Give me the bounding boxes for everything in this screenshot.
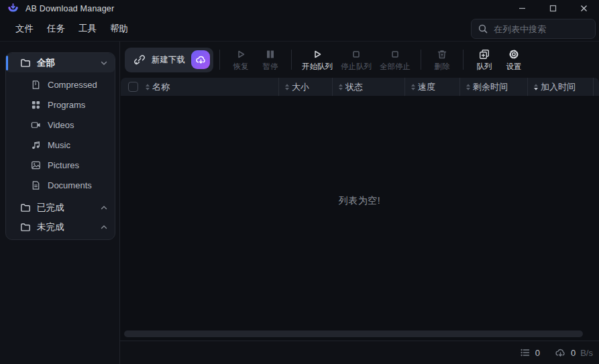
- sidebar-item-programs[interactable]: Programs: [6, 95, 115, 115]
- main-area: 新建下载 恢复 暂停: [120, 42, 599, 364]
- active-downloads-count: 0: [535, 348, 540, 358]
- select-all-cell: [121, 82, 145, 92]
- column-header-date-added[interactable]: 加入时间: [527, 78, 593, 96]
- content: 全部 Compressed: [0, 42, 599, 364]
- close-button[interactable]: [568, 0, 599, 17]
- column-label: 状态: [345, 81, 363, 93]
- cloud-download-icon[interactable]: [191, 50, 210, 69]
- sidebar-panel: 全部 Compressed: [5, 52, 115, 240]
- maximize-icon: [549, 5, 557, 12]
- sort-icon-desc: [533, 83, 539, 91]
- sidebar-item-compressed[interactable]: Compressed: [6, 74, 115, 95]
- menu-file[interactable]: 文件: [9, 19, 40, 39]
- toolbar-button-label: 暂停: [263, 62, 278, 72]
- column-tail: [593, 78, 599, 96]
- sidebar-item-all[interactable]: 全部: [6, 53, 115, 72]
- column-label: 加入时间: [541, 81, 576, 93]
- stop-all-button[interactable]: 全部停止: [376, 44, 415, 75]
- sidebar-item-label: 未完成: [37, 221, 94, 233]
- folder-icon: [20, 222, 31, 233]
- toolbar-separator: [219, 50, 220, 70]
- sidebar-item-documents[interactable]: Documents: [6, 175, 115, 195]
- select-all-checkbox[interactable]: [128, 82, 138, 92]
- new-download-button[interactable]: 新建下载: [125, 48, 213, 72]
- document-icon: [31, 180, 41, 190]
- sidebar-item-label: 全部: [37, 57, 94, 69]
- toolbar-separator: [463, 50, 464, 70]
- stop-queue-button[interactable]: 停止队列: [337, 44, 376, 75]
- sidebar-category-list: Compressed Programs Videos: [6, 72, 115, 198]
- sidebar-item-incomplete[interactable]: 未完成: [6, 217, 115, 237]
- toolbar-button-label: 恢复: [233, 62, 249, 72]
- sidebar-item-label: Documents: [48, 180, 92, 190]
- gear-icon: [508, 48, 520, 60]
- chevron-down-icon: [100, 59, 108, 67]
- stop-icon: [350, 48, 362, 60]
- titlebar: AB Download Manager: [0, 0, 599, 17]
- column-header-time-left[interactable]: 剩余时间: [459, 78, 527, 96]
- sidebar-item-label: Videos: [48, 120, 74, 130]
- sidebar-item-label: Compressed: [48, 80, 97, 90]
- horizontal-scrollbar[interactable]: [124, 330, 583, 337]
- sort-icon: [145, 83, 150, 91]
- column-header-speed[interactable]: 速度: [404, 78, 459, 96]
- minimize-icon: [519, 5, 526, 12]
- toolbar: 新建下载 恢复 暂停: [120, 42, 599, 78]
- global-speed-unit: B/s: [580, 348, 593, 358]
- chevron-up-icon: [100, 223, 108, 231]
- sort-icon: [284, 83, 290, 91]
- sidebar-item-music[interactable]: Music: [6, 135, 115, 155]
- menubar: 文件 任务 工具 帮助: [9, 19, 135, 39]
- apps-grid-icon: [31, 100, 41, 110]
- app-logo-icon: [7, 3, 19, 14]
- sidebar-item-completed[interactable]: 已完成: [6, 198, 115, 217]
- menu-tasks[interactable]: 任务: [40, 19, 72, 39]
- menu-tools[interactable]: 工具: [72, 19, 103, 39]
- zip-file-icon: [31, 80, 41, 90]
- table-header: 名称 大小 状态 速度 剩余时间: [121, 78, 599, 96]
- link-plus-icon: [133, 54, 146, 66]
- toolbar-button-label: 全部停止: [380, 62, 411, 72]
- toolbar-button-label: 删除: [435, 62, 450, 72]
- start-queue-button[interactable]: 开始队列: [298, 44, 337, 75]
- trash-icon: [436, 48, 448, 60]
- new-download-label: 新建下载: [152, 54, 185, 66]
- search-icon: [478, 23, 488, 34]
- settings-button[interactable]: 设置: [499, 44, 529, 75]
- sidebar: 全部 Compressed: [0, 42, 120, 364]
- empty-list-message: 列表为空!: [339, 195, 380, 207]
- list-icon: [520, 347, 531, 358]
- music-note-icon: [31, 140, 41, 150]
- close-icon: [580, 5, 588, 12]
- sidebar-item-pictures[interactable]: Pictures: [6, 155, 115, 175]
- titlebar-left: AB Download Manager: [0, 3, 114, 14]
- toolbar-button-label: 停止队列: [341, 62, 372, 72]
- menu-help[interactable]: 帮助: [103, 19, 135, 39]
- column-header-size[interactable]: 大小: [278, 78, 332, 96]
- column-header-status[interactable]: 状态: [332, 78, 404, 96]
- queues-button[interactable]: 队列: [470, 44, 499, 75]
- image-icon: [31, 160, 41, 170]
- folder-icon: [20, 202, 31, 213]
- queue-icon: [478, 48, 490, 60]
- download-list: 列表为空!: [120, 96, 599, 341]
- cloud-download-icon: [555, 347, 566, 359]
- menu-search-bar: 文件 任务 工具 帮助: [0, 17, 599, 42]
- delete-button[interactable]: 删除: [427, 44, 457, 75]
- sidebar-item-label: Music: [48, 140, 70, 150]
- pause-button[interactable]: 暂停: [256, 44, 285, 75]
- selection-accent-bar: [6, 56, 8, 70]
- resume-button[interactable]: 恢复: [226, 44, 256, 75]
- maximize-button[interactable]: [537, 0, 568, 17]
- minimize-button[interactable]: [506, 0, 537, 17]
- sidebar-item-videos[interactable]: Videos: [6, 115, 115, 135]
- sort-icon: [338, 83, 343, 91]
- toolbar-button-label: 设置: [506, 62, 522, 72]
- column-label: 速度: [418, 81, 435, 93]
- folder-icon: [20, 58, 31, 68]
- column-header-name[interactable]: 名称: [145, 78, 278, 96]
- video-camera-icon: [31, 120, 41, 130]
- search-input[interactable]: [471, 19, 596, 39]
- sort-icon: [466, 83, 471, 91]
- column-label: 大小: [292, 81, 309, 93]
